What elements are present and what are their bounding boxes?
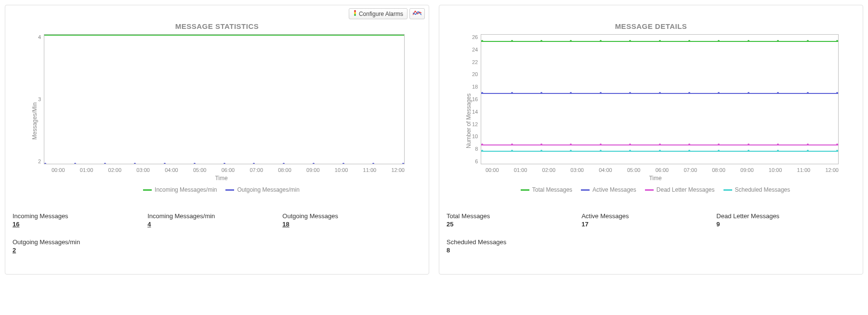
- svg-point-1: [354, 12, 356, 14]
- stats-grid: Incoming Messages16Incoming Messages/min…: [13, 212, 421, 264]
- axis-tick: 11:00: [797, 167, 811, 173]
- legend-item[interactable]: Active Messages: [581, 186, 636, 193]
- legend-item[interactable]: Outgoing Messages/min: [225, 186, 299, 193]
- data-point-marker: [194, 34, 196, 36]
- data-point-marker: [629, 150, 631, 152]
- stat-value[interactable]: 2: [13, 247, 16, 254]
- data-point-marker: [688, 92, 690, 94]
- stat-label: Incoming Messages/min: [147, 212, 282, 220]
- data-point-marker: [511, 150, 513, 152]
- data-point-marker: [600, 92, 602, 94]
- data-point-marker: [342, 163, 344, 164]
- stat-label: Incoming Messages: [13, 212, 147, 220]
- axis-tick: 08:00: [712, 167, 725, 173]
- stats-grid: Total Messages25Active Messages17Dead Le…: [447, 212, 855, 264]
- axis-tick: 04:00: [599, 167, 612, 173]
- configure-alarms-label: Configure Alarms: [359, 11, 403, 17]
- data-point-marker: [777, 40, 779, 42]
- legend-label: Dead Letter Messages: [657, 186, 715, 193]
- axis-tick: 00:00: [52, 167, 65, 173]
- stat-value[interactable]: 18: [282, 221, 289, 228]
- axis-tick: 12:00: [391, 167, 405, 173]
- data-point-marker: [194, 163, 196, 164]
- y-axis-label: Messages/Min: [29, 34, 38, 193]
- y-axis-label: Number of Messages: [463, 34, 472, 193]
- legend-label: Scheduled Messages: [735, 186, 790, 193]
- panel-title: MESSAGE STATISTICS: [13, 22, 421, 30]
- data-point-marker: [164, 34, 166, 36]
- data-point-marker: [836, 92, 838, 94]
- legend-label: Active Messages: [592, 186, 636, 193]
- data-point-marker: [481, 92, 483, 94]
- stat-label: Total Messages: [447, 212, 581, 220]
- axis-tick: 09:00: [740, 167, 754, 173]
- chart-area: Messages/Min 432 00:0001:0002:0003:0004:…: [29, 34, 405, 193]
- axis-tick: 03:00: [570, 167, 584, 173]
- data-point-marker: [224, 34, 225, 36]
- plot-area[interactable]: [481, 34, 839, 164]
- data-point-marker: [659, 40, 661, 42]
- data-point-marker: [807, 144, 809, 145]
- data-point-marker: [718, 144, 720, 145]
- data-point-marker: [44, 34, 46, 36]
- legend-swatch: [581, 189, 590, 191]
- data-point-marker: [718, 40, 720, 42]
- data-point-marker: [402, 163, 404, 164]
- data-point-marker: [570, 150, 572, 152]
- legend-swatch: [723, 189, 732, 191]
- axis-tick: 14: [472, 109, 478, 115]
- configure-alarms-button[interactable]: Configure Alarms: [349, 8, 408, 19]
- axis-tick: 02:00: [108, 167, 122, 173]
- legend-item[interactable]: Total Messages: [521, 186, 572, 193]
- data-point-marker: [44, 163, 46, 164]
- stat-block: Total Messages25: [447, 212, 581, 228]
- data-point-marker: [134, 34, 136, 36]
- legend-item[interactable]: Scheduled Messages: [723, 186, 790, 193]
- axis-tick: 16: [472, 96, 478, 102]
- axis-tick: 26: [472, 34, 478, 40]
- chart-icon: [413, 10, 421, 17]
- axis-tick: 01:00: [80, 167, 93, 173]
- chart-legend: Total MessagesActive MessagesDead Letter…: [472, 186, 839, 193]
- data-point-marker: [600, 144, 602, 145]
- data-point-marker: [688, 40, 690, 42]
- data-point-marker: [807, 40, 809, 42]
- panel-title: MESSAGE DETAILS: [447, 22, 855, 30]
- stat-block: Incoming Messages/min4: [147, 212, 282, 228]
- stat-value: 25: [447, 221, 581, 228]
- x-axis-ticks: 00:0001:0002:0003:0004:0005:0006:0007:00…: [486, 167, 839, 173]
- chart-type-button[interactable]: [409, 8, 425, 19]
- plot-area[interactable]: [44, 34, 405, 164]
- panel-message-details: MESSAGE DETAILS Number of Messages 26242…: [439, 5, 863, 275]
- axis-tick: 04:00: [165, 167, 178, 173]
- stat-value[interactable]: 16: [13, 221, 19, 228]
- axis-tick: 10:00: [769, 167, 782, 173]
- legend-label: Outgoing Messages/min: [237, 186, 299, 193]
- axis-tick: 10: [472, 133, 478, 139]
- data-point-marker: [253, 34, 255, 36]
- data-point-marker: [164, 163, 166, 164]
- stat-block: Outgoing Messages/min2: [13, 238, 147, 254]
- data-point-marker: [659, 144, 661, 145]
- axis-tick: 12:00: [825, 167, 839, 173]
- axis-tick: 07:00: [250, 167, 263, 173]
- data-point-marker: [718, 92, 720, 94]
- axis-tick: 05:00: [627, 167, 641, 173]
- data-point-marker: [659, 92, 661, 94]
- data-point-marker: [342, 34, 344, 36]
- data-point-marker: [540, 150, 542, 152]
- data-point-marker: [540, 144, 542, 145]
- legend-item[interactable]: Dead Letter Messages: [645, 186, 715, 193]
- stat-value[interactable]: 4: [147, 221, 151, 228]
- axis-tick: 18: [472, 84, 478, 90]
- axis-tick: 06:00: [656, 167, 669, 173]
- series-line: [44, 164, 404, 164]
- axis-tick: 08:00: [278, 167, 291, 173]
- legend-item[interactable]: Incoming Messages/min: [143, 186, 217, 193]
- data-point-marker: [629, 144, 631, 145]
- panel-toolbar: Configure Alarms: [349, 8, 425, 19]
- svg-point-0: [354, 10, 356, 12]
- svg-point-2: [354, 14, 356, 16]
- traffic-light-icon: [353, 10, 357, 17]
- data-point-marker: [540, 92, 542, 94]
